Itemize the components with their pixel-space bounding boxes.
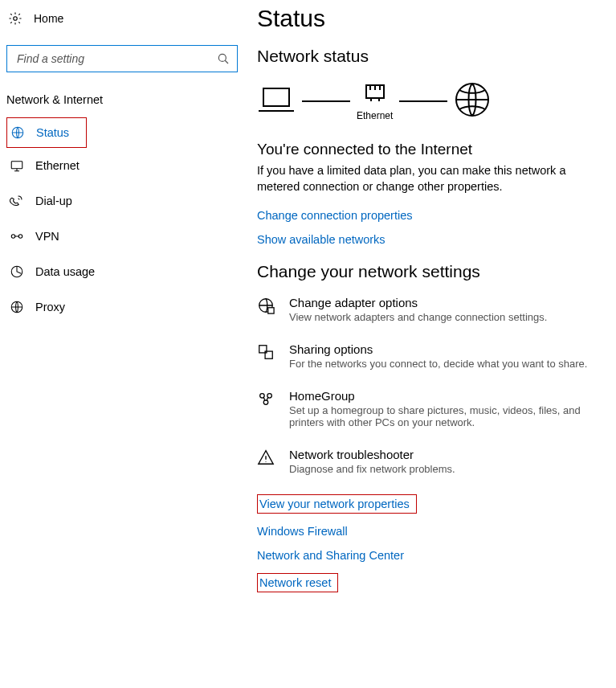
gear-icon [8, 11, 22, 26]
globe-icon [10, 300, 24, 314]
vpn-icon [10, 229, 24, 244]
svg-point-17 [263, 400, 268, 405]
phone-icon [10, 194, 24, 208]
link-windows-firewall[interactable]: Windows Firewall [257, 525, 348, 538]
sharing-icon [257, 343, 275, 361]
svg-point-4 [11, 235, 15, 239]
sidebar-item-dialup[interactable]: Dial-up [6, 183, 257, 219]
adapter-icon [257, 297, 275, 314]
connection-line [302, 100, 350, 102]
row-sharing-options[interactable]: Sharing options For the networks you con… [257, 342, 616, 370]
row-change-adapter-options[interactable]: Change adapter options View network adap… [257, 296, 616, 323]
sidebar-item-vpn[interactable]: VPN [6, 219, 257, 254]
page-title: Status [257, 5, 616, 32]
connection-headline: You're connected to the Internet [257, 141, 616, 158]
link-view-network-properties[interactable]: View your network properties [259, 498, 410, 510]
sidebar-item-label: Dial-up [35, 195, 72, 207]
sidebar-item-label: Proxy [35, 301, 65, 313]
row-title: Sharing options [289, 342, 587, 356]
row-troubleshooter[interactable]: Network troubleshooter Diagnose and fix … [257, 448, 616, 475]
ethernet-adapter-icon [363, 94, 387, 107]
sidebar-item-label: VPN [35, 230, 59, 243]
section-change-settings-title: Change your network settings [257, 262, 616, 281]
row-title: Change adapter options [289, 296, 547, 309]
link-show-available-networks[interactable]: Show available networks [257, 233, 386, 246]
row-title: HomeGroup [289, 389, 610, 403]
sidebar-item-label: Status [36, 126, 69, 139]
laptop-icon [257, 84, 296, 118]
svg-point-1 [218, 54, 226, 61]
sidebar-item-status[interactable]: Status [6, 117, 87, 148]
section-network-status-title: Network status [257, 47, 616, 66]
sidebar-item-ethernet[interactable]: Ethernet [6, 148, 257, 183]
sidebar-item-datausage[interactable]: Data usage [6, 254, 257, 289]
homegroup-icon [257, 390, 275, 407]
data-usage-icon [10, 264, 24, 279]
link-network-sharing-center[interactable]: Network and Sharing Center [257, 549, 404, 562]
row-title: Network troubleshooter [289, 448, 455, 461]
svg-point-0 [14, 17, 18, 21]
connection-body: If you have a limited data plan, you can… [257, 163, 586, 195]
globe-large-icon [454, 81, 491, 121]
search-input-wrap[interactable] [6, 45, 238, 72]
link-network-reset[interactable]: Network reset [259, 576, 331, 589]
row-desc: Diagnose and fix network problems. [289, 463, 455, 475]
home-label: Home [34, 12, 63, 25]
search-input[interactable] [15, 51, 216, 66]
svg-point-5 [18, 235, 22, 239]
monitor-icon [10, 158, 24, 173]
category-label: Network & Internet [6, 93, 257, 106]
link-change-connection-properties[interactable]: Change connection properties [257, 209, 412, 222]
svg-rect-3 [11, 162, 22, 169]
sidebar-item-label: Data usage [35, 265, 95, 278]
row-homegroup[interactable]: HomeGroup Set up a homegroup to share pi… [257, 389, 616, 428]
search-icon [216, 51, 230, 66]
adapter-label: Ethernet [357, 110, 393, 121]
row-desc: For the networks you connect to, decide … [289, 358, 587, 370]
sidebar-item-proxy[interactable]: Proxy [6, 289, 257, 325]
svg-rect-12 [268, 308, 274, 313]
row-desc: View network adapters and change connect… [289, 311, 547, 323]
network-diagram: Ethernet [257, 80, 616, 121]
connection-line [399, 100, 447, 102]
svg-rect-8 [263, 88, 289, 106]
globe-icon [10, 125, 25, 140]
warning-icon [257, 448, 275, 466]
sidebar-item-label: Ethernet [35, 159, 80, 172]
row-desc: Set up a homegroup to share pictures, mu… [289, 404, 610, 428]
home-nav[interactable]: Home [6, 6, 257, 31]
